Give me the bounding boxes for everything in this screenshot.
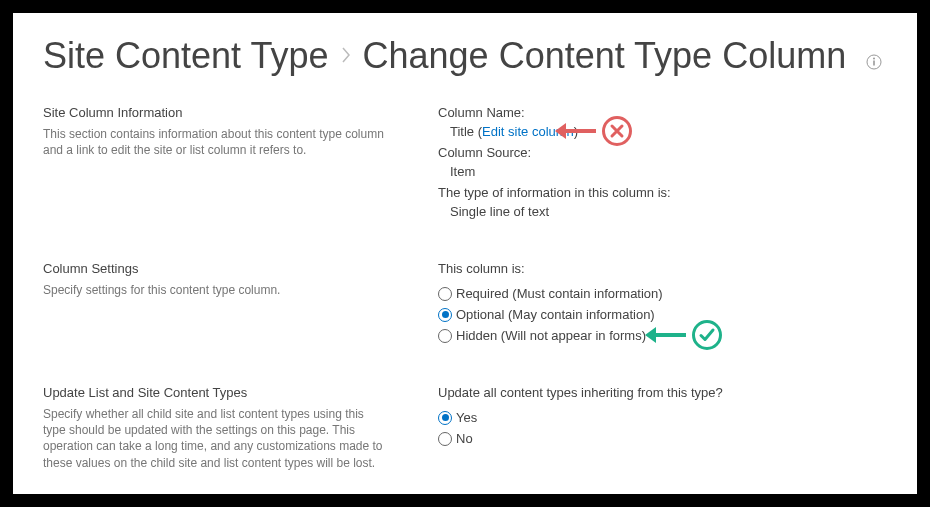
info-icon[interactable]: [866, 54, 882, 70]
annotation-yes: [644, 320, 722, 350]
svg-rect-2: [873, 61, 875, 66]
radio-hidden[interactable]: Hidden (Will not appear in forms): [438, 328, 887, 343]
breadcrumb-parent[interactable]: Site Content Type: [43, 35, 329, 77]
section-desc: Specify settings for this content type c…: [43, 282, 388, 298]
section-desc: Specify whether all child site and list …: [43, 406, 388, 471]
x-circle-icon: [602, 116, 632, 146]
radio-label: No: [456, 431, 473, 446]
inherit-prompt: Update all content types inheriting from…: [438, 385, 887, 400]
radio-label: Optional (May contain information): [456, 307, 655, 322]
section-left: Update List and Site Content Types Speci…: [43, 385, 388, 471]
check-circle-icon: [692, 320, 722, 350]
column-source-label: Column Source:: [438, 145, 887, 160]
section-right: Column Name: Title (Edit site column) Co…: [438, 105, 887, 225]
section-left: Site Column Information This section con…: [43, 105, 388, 225]
column-type-value: Single line of text: [438, 204, 887, 219]
radio-button[interactable]: [438, 287, 452, 301]
section-right: Update all content types inheriting from…: [438, 385, 887, 471]
column-name-value: Title: [450, 124, 474, 139]
settings-prompt: This column is:: [438, 261, 887, 276]
radio-button[interactable]: [438, 411, 452, 425]
page-title: Change Content Type Column: [363, 35, 847, 77]
radio-button[interactable]: [438, 308, 452, 322]
arrow-left-icon: [554, 116, 596, 146]
column-name-label: Column Name:: [438, 105, 887, 120]
section-column-settings: Column Settings Specify settings for thi…: [43, 261, 887, 349]
radio-label: Yes: [456, 410, 477, 425]
radio-label: Hidden (Will not appear in forms): [456, 328, 646, 343]
page-frame: Site Content Type Change Content Type Co…: [13, 13, 917, 494]
column-source-value: Item: [438, 164, 887, 179]
radio-inherit-no[interactable]: No: [438, 431, 887, 446]
radio-required[interactable]: Required (Must contain information): [438, 286, 887, 301]
column-name-value-row: Title (Edit site column): [438, 124, 887, 139]
section-heading: Column Settings: [43, 261, 388, 276]
section-left: Column Settings Specify settings for thi…: [43, 261, 388, 349]
section-right: This column is: Required (Must contain i…: [438, 261, 887, 349]
section-heading: Site Column Information: [43, 105, 388, 120]
section-desc: This section contains information about …: [43, 126, 388, 158]
section-column-info: Site Column Information This section con…: [43, 105, 887, 225]
radio-label: Required (Must contain information): [456, 286, 663, 301]
svg-point-1: [873, 58, 875, 60]
arrow-left-icon: [644, 320, 686, 350]
section-update-inherit: Update List and Site Content Types Speci…: [43, 385, 887, 471]
section-heading: Update List and Site Content Types: [43, 385, 388, 400]
radio-button[interactable]: [438, 432, 452, 446]
chevron-right-icon: [341, 43, 351, 69]
radio-button[interactable]: [438, 329, 452, 343]
annotation-no: [554, 116, 632, 146]
page-header: Site Content Type Change Content Type Co…: [43, 35, 887, 77]
radio-inherit-yes[interactable]: Yes: [438, 410, 887, 425]
column-type-label: The type of information in this column i…: [438, 185, 887, 200]
